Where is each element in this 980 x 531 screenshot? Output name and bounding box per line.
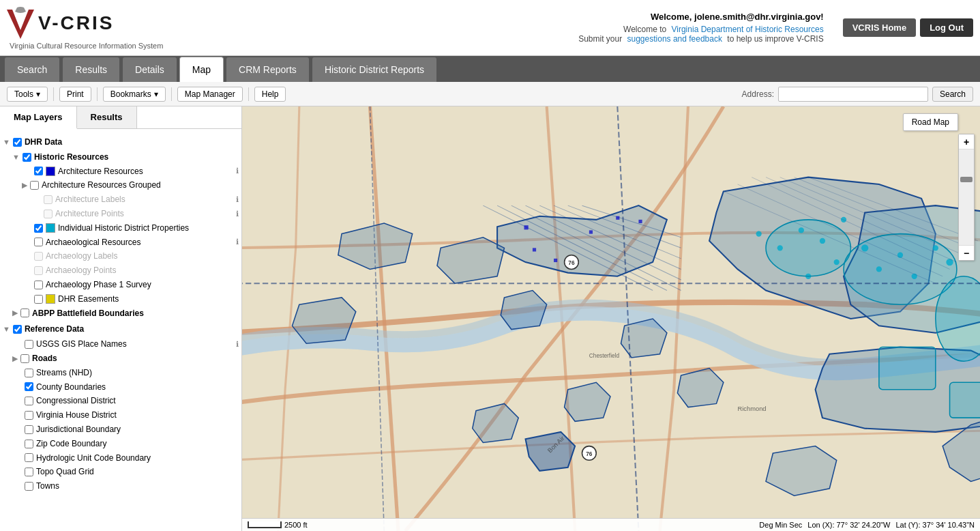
layer-arch-resources: Architecture Resources ℹ: [22, 164, 239, 179]
arch-resources-checkbox[interactable]: [34, 167, 43, 175]
arch-resources-info-icon[interactable]: ℹ: [236, 166, 239, 176]
dhr-link[interactable]: Virginia Department of Historic Resource…: [672, 25, 824, 34]
svg-point-35: [844, 234, 957, 305]
dhr-data-collapse-icon[interactable]: ▼: [3, 137, 10, 147]
group-reference-data: ▼ Reference Data USGS GIS Place Names ℹ …: [3, 321, 239, 493]
tab-bar: Search Results Details Map CRM Reports H…: [0, 56, 980, 82]
ind-historic-label: Individual Historic District Properties: [58, 223, 239, 234]
arch-labels-label: Architecture Labels: [55, 194, 233, 205]
dhr-easements-label: DHR Easements: [58, 293, 239, 305]
arch-labels-info-icon[interactable]: ℹ: [236, 195, 239, 205]
arch-grouped-checkbox[interactable]: [30, 181, 39, 190]
zoom-out-button[interactable]: −: [959, 245, 974, 260]
arch-points-info-icon[interactable]: ℹ: [236, 209, 239, 219]
abpp-expand-icon[interactable]: ▶: [12, 308, 18, 318]
arch-resources2-checkbox[interactable]: [34, 238, 43, 246]
historic-resources-label: Historic Resources: [34, 152, 239, 163]
reference-data-checkbox[interactable]: [13, 325, 22, 334]
arch-labels-checkbox[interactable]: [44, 195, 53, 204]
zoom-in-button[interactable]: +: [959, 134, 974, 149]
congressional-checkbox[interactable]: [25, 397, 33, 405]
tab-map[interactable]: Map: [179, 57, 224, 82]
streams-label: Streams (NHD): [36, 367, 239, 379]
toolbar-sep-1: [53, 87, 54, 101]
roads-checkbox[interactable]: [20, 354, 29, 363]
svg-text:76: 76: [568, 259, 575, 266]
welcome-line: Welcome, jolene.smith@dhr.virginia.gov!: [578, 12, 824, 22]
help-button[interactable]: Help: [254, 87, 286, 102]
streams-checkbox[interactable]: [25, 369, 33, 377]
address-search-button[interactable]: Search: [932, 87, 973, 102]
topo-quad-label: Topo Quad Grid: [36, 466, 239, 478]
svg-marker-53: [292, 298, 355, 343]
help-label: Help: [262, 89, 279, 99]
dhr-data-checkbox[interactable]: [13, 138, 22, 147]
tab-results[interactable]: Results: [62, 57, 120, 82]
sidebar-tab-results[interactable]: Results: [77, 106, 137, 128]
layer-ind-historic: Individual Historic District Properties: [22, 221, 239, 235]
arch-grouped-label: Architecture Resources Grouped: [42, 180, 239, 191]
address-input[interactable]: [778, 87, 928, 102]
hydro-unit-label: Hydrologic Unit Code Boundary: [36, 453, 239, 464]
group-dhr-data-header: ▼ DHR Data: [3, 134, 239, 150]
va-house-checkbox[interactable]: [25, 411, 33, 420]
county-label: County Boundaries: [36, 382, 239, 393]
vcris-home-button[interactable]: VCRIS Home: [843, 18, 916, 37]
zip-code-checkbox[interactable]: [25, 440, 33, 448]
toolbar: Tools ▾ Print Bookmarks ▾ Map Manager He…: [0, 82, 980, 106]
arch-points2-checkbox[interactable]: [34, 266, 43, 275]
header-right: Welcome, jolene.smith@dhr.virginia.gov! …: [578, 12, 973, 44]
tab-details[interactable]: Details: [122, 57, 177, 82]
historic-resources-collapse-icon[interactable]: ▼: [12, 152, 20, 162]
dhr-easements-color-icon: [46, 294, 55, 304]
zoom-slider-thumb[interactable]: [960, 177, 972, 182]
bookmarks-button[interactable]: Bookmarks ▾: [103, 87, 166, 102]
topo-quad-checkbox[interactable]: [25, 468, 33, 476]
layer-congressional: Congressional District: [12, 394, 239, 408]
tab-crm-reports[interactable]: CRM Reports: [226, 57, 310, 82]
jurisdictional-checkbox[interactable]: [25, 425, 33, 434]
tab-historic-district-reports[interactable]: Historic District Reports: [312, 57, 437, 82]
historic-resources-checkbox[interactable]: [23, 153, 31, 162]
layer-usgs-place: USGS GIS Place Names ℹ: [12, 337, 239, 351]
map-area[interactable]: Bon Air Chesterfield Richmond 76 76 60: [242, 106, 980, 531]
welcome-info: Welcome, jolene.smith@dhr.virginia.gov! …: [578, 12, 824, 44]
arch-phase1-checkbox[interactable]: [34, 281, 43, 289]
svg-rect-66: [638, 220, 642, 223]
layer-list: ▼ DHR Data ▼ Historic Resources: [0, 129, 241, 499]
svg-rect-68: [554, 259, 557, 262]
toolbar-sep-4: [248, 87, 249, 101]
map-manager-button[interactable]: Map Manager: [177, 87, 243, 102]
arch-grouped-expand-icon[interactable]: ▶: [22, 180, 27, 190]
arch-points-checkbox[interactable]: [44, 210, 53, 218]
reference-data-collapse-icon[interactable]: ▼: [3, 324, 10, 334]
va-house-label: Virginia House District: [36, 410, 239, 421]
submit-pre: Submit your: [578, 34, 622, 44]
roads-expand-icon[interactable]: ▶: [12, 354, 18, 364]
usgs-place-checkbox[interactable]: [25, 340, 33, 349]
tools-dropdown-icon: ▾: [36, 89, 40, 99]
ind-historic-checkbox[interactable]: [34, 224, 43, 233]
hydro-unit-checkbox[interactable]: [25, 453, 33, 462]
toolbar-sep-3: [171, 87, 172, 101]
logo-area: V-CRIS Virginia Cultural Resource Inform…: [7, 6, 198, 50]
feedback-link[interactable]: suggestions and feedback: [627, 34, 722, 44]
layer-arch-labels: Architecture Labels ℹ: [31, 192, 239, 207]
logout-button[interactable]: Log Out: [920, 18, 973, 37]
group-abpp: ▶ ABPP Battlefield Boundaries: [12, 306, 239, 321]
sidebar-tab-map-layers[interactable]: Map Layers: [0, 106, 77, 129]
arch-resources2-info-icon[interactable]: ℹ: [236, 237, 239, 247]
roads-label: Roads: [32, 353, 239, 364]
arch-labels2-checkbox[interactable]: [34, 252, 43, 261]
usgs-place-info-icon[interactable]: ℹ: [236, 339, 239, 349]
abpp-checkbox[interactable]: [20, 308, 29, 317]
road-map-button[interactable]: Road Map: [903, 113, 958, 131]
dhr-easements-checkbox[interactable]: [34, 295, 43, 304]
layer-arch-grouped: ▶ Architecture Resources Grouped: [22, 178, 239, 192]
towns-checkbox[interactable]: [25, 482, 33, 491]
tools-label: Tools: [14, 89, 33, 99]
tab-search[interactable]: Search: [4, 57, 60, 82]
print-button[interactable]: Print: [59, 87, 91, 102]
tools-button[interactable]: Tools ▾: [7, 87, 48, 102]
county-checkbox[interactable]: [25, 382, 33, 391]
